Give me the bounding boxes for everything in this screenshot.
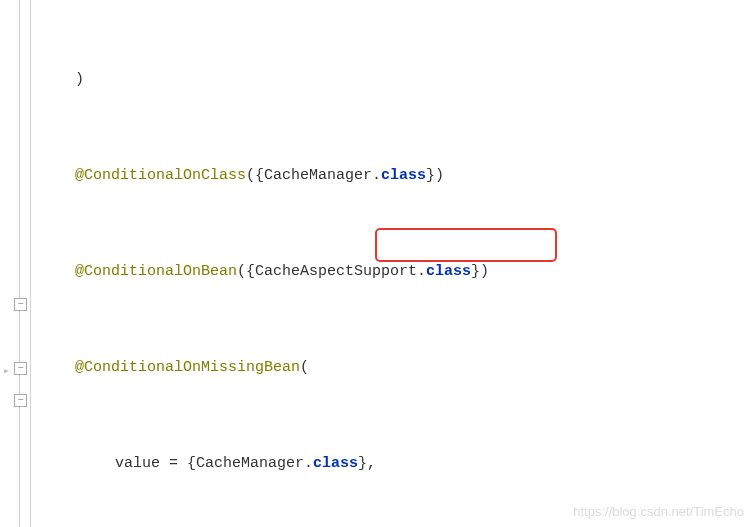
code-line: ) — [35, 64, 752, 96]
code-editor[interactable]: ) @ConditionalOnClass({CacheManager.clas… — [0, 0, 752, 527]
gutter — [0, 0, 31, 527]
watermark: https://blog.csdn.net/TimEcho — [573, 504, 744, 519]
fold-marker-icon[interactable] — [14, 298, 27, 311]
code-line: value = {CacheManager.class}, — [35, 448, 752, 480]
fold-marker-icon[interactable] — [14, 362, 27, 375]
code-line: @ConditionalOnBean({CacheAspectSupport.c… — [35, 256, 752, 288]
code-line: @ConditionalOnMissingBean( — [35, 352, 752, 384]
fold-marker-icon[interactable] — [14, 394, 27, 407]
breakpoint-hint-icon: ▸ — [3, 364, 10, 377]
code-area[interactable]: ) @ConditionalOnClass({CacheManager.clas… — [31, 0, 752, 527]
code-line: @ConditionalOnClass({CacheManager.class}… — [35, 160, 752, 192]
